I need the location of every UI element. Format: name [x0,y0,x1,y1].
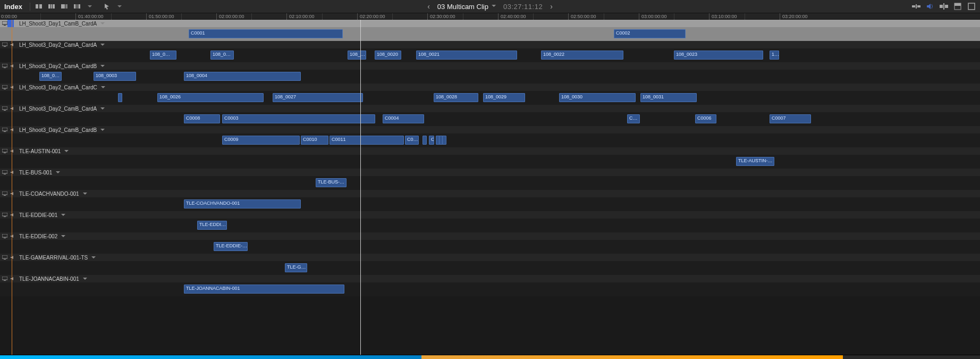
clip[interactable]: C0007 [770,114,811,123]
angle-name[interactable]: LH_Shoot3_Day2_CamB_CardB [19,127,97,133]
clip[interactable] [423,136,427,145]
speaker-icon[interactable] [11,42,16,47]
clip[interactable]: C0001 [189,29,343,38]
angle-lane[interactable]: C0009C0010C0011C0…C [0,133,980,147]
clip[interactable]: 108_… [348,51,366,60]
angle-name[interactable]: TLE-COACHVANDO-001 [19,191,79,197]
edit-tool-chevron-icon[interactable] [86,2,94,11]
clip[interactable]: C0011 [330,136,404,145]
angle-chevron-icon[interactable] [100,127,105,132]
angle-chevron-icon[interactable] [61,212,66,218]
clip[interactable]: TLE-COACHVANDO-001 [184,199,301,208]
clip[interactable]: C [429,136,434,145]
angle-header[interactable]: LH_Shoot3_Day2_CamA_CardB [0,62,980,70]
angle-lane[interactable]: C0008C0003C0004C…C0006C0007 [0,112,980,126]
angle-lane[interactable]: 108_0…108_0003108_0004 [0,70,980,84]
audio-skimming-icon[interactable] [926,2,934,11]
clip[interactable]: 108_0027 [273,93,363,102]
angle-name[interactable]: TLE-BUS-001 [19,170,52,176]
angle-lane[interactable]: TLE-EDDI… [0,219,980,232]
clip[interactable]: C0004 [383,114,424,123]
speaker-icon[interactable] [11,233,16,239]
monitor-icon[interactable] [2,127,7,132]
full-screen-icon[interactable] [967,2,976,11]
clip[interactable]: TLE-EDDI… [197,221,227,230]
insert-clip-icon[interactable] [47,2,56,11]
clip[interactable]: C0… [405,136,419,145]
angle-name[interactable]: TLE-JOANNACABIN-001 [19,276,79,282]
angle-lane[interactable]: TLE-JOANNACABIN-001 [0,282,980,296]
angle-lane[interactable]: 108_0026108_0027108_0028108_0029108_0030… [0,91,980,105]
arrow-tool-chevron-icon[interactable] [115,2,124,11]
angle-chevron-icon[interactable] [64,148,69,154]
connect-clip-icon[interactable] [35,2,43,11]
clip[interactable]: 1… [770,51,779,60]
angle-header[interactable]: TLE-EDDIE-002 [0,232,980,240]
angle-name[interactable]: TLE-AUSTIN-001 [19,148,61,154]
timeline-ruler[interactable]: 0:00:00 01:40:00:0001:50:00:0002:00:00:0… [0,13,980,20]
angle-name[interactable]: LH_Shoot3_Day2_CamA_CardC [19,85,97,90]
angle-chevron-icon[interactable] [100,106,105,111]
monitor-icon[interactable] [2,42,7,47]
clip[interactable]: 108_0004 [184,72,301,81]
angle-name[interactable]: LH_Shoot3_Day2_CamA_CardA [19,42,97,48]
skimming-icon[interactable] [912,2,920,11]
speaker-icon[interactable] [11,106,16,111]
angle-header[interactable]: TLE-COACHVANDO-001 [0,190,980,197]
speaker-icon[interactable] [11,212,16,218]
clip[interactable]: TLE-AUSTIN-… [736,157,774,166]
monitor-icon[interactable] [2,255,7,260]
angle-lane[interactable]: TLE-EDDIE-… [0,240,980,254]
angle-lane[interactable]: 108_0…108_0…108_…108_0020108_0021108_002… [0,48,980,62]
speaker-icon[interactable] [11,148,16,154]
angle-name[interactable]: LH_Shoot3_Day2_CamB_CardA [19,106,97,112]
clip[interactable]: 108_0030 [559,93,636,102]
angle-lane[interactable]: TLE-COACHVANDO-001 [0,197,980,211]
clip[interactable]: 108_0020 [375,51,401,60]
monitor-icon[interactable] [2,106,7,111]
monitor-icon[interactable] [2,170,7,175]
angle-lane[interactable]: TLE-G… [0,261,980,275]
monitor-icon[interactable] [2,233,7,239]
clip[interactable]: C0006 [695,114,716,123]
angle-name[interactable]: TLE-EDDIE-001 [19,212,57,218]
speaker-icon[interactable] [11,63,16,69]
angle-lane[interactable]: TLE-BUS-… [0,176,980,190]
clip[interactable]: C0008 [184,114,220,123]
clip[interactable]: 108_0… [210,51,234,60]
clip[interactable]: 108_0028 [434,93,478,102]
angle-header[interactable]: LH_Shoot3_Day2_CamA_CardC [0,84,980,91]
angle-header[interactable]: TLE-EDDIE-001 [0,211,980,219]
clip[interactable]: C0002 [614,29,686,38]
speaker-icon[interactable] [11,127,16,132]
speaker-icon[interactable] [11,85,16,90]
monitor-icon[interactable] [2,148,7,154]
clip[interactable]: C0003 [222,114,375,123]
overwrite-clip-icon[interactable] [73,2,81,11]
monitor-icon[interactable] [2,212,7,218]
index-button[interactable]: Index [4,3,30,11]
angle-lane[interactable]: C0001C0002 [0,27,980,41]
prev-clip-button[interactable]: ‹ [427,2,430,11]
append-clip-icon[interactable] [60,2,69,11]
clip[interactable]: 108_0003 [94,72,136,81]
clip[interactable]: TLE-G… [285,263,307,272]
angle-name[interactable]: TLE-EDDIE-002 [19,233,57,239]
clip-appearance-icon[interactable] [953,2,962,11]
speaker-icon[interactable] [11,170,16,175]
angle-name[interactable]: LH_Shoot3_Day1_CamB_CardA [19,21,97,27]
angle-chevron-icon[interactable] [100,42,105,47]
clip[interactable]: 108_0031 [640,93,697,102]
clip[interactable]: 108_0026 [157,93,264,102]
next-clip-button[interactable]: › [550,2,553,11]
angle-chevron-icon[interactable] [100,63,105,69]
angle-header[interactable]: LH_Shoot3_Day2_CamB_CardA [0,105,980,112]
angle-header[interactable]: TLE-BUS-001 [0,169,980,176]
angle-header[interactable]: LH_Shoot3_Day1_CamB_CardA [0,20,980,27]
angle-header[interactable]: LH_Shoot3_Day2_CamB_CardB [0,126,980,133]
angle-name[interactable]: TLE-GAMEARRIVAL-001-TS [19,255,88,261]
angle-chevron-icon[interactable] [100,85,106,90]
snapping-icon[interactable] [940,2,948,11]
speaker-icon[interactable] [11,255,16,260]
clip[interactable]: 108_0… [39,72,62,81]
